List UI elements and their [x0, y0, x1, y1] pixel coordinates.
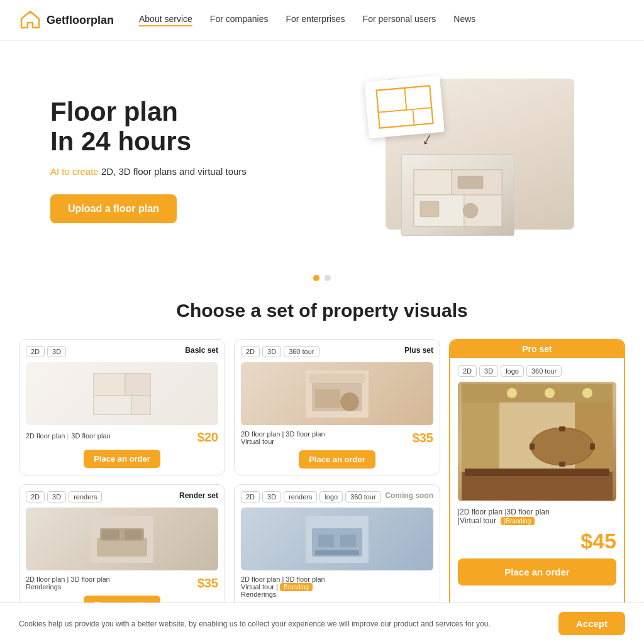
plus-tag-360: 360 tour — [284, 346, 319, 357]
render-tag-3d: 3D — [47, 491, 66, 502]
basic-tag-3d: 3D — [47, 346, 66, 357]
basic-card-image — [26, 362, 218, 425]
svg-rect-1 — [414, 170, 452, 195]
basic-footer: 2D floor plan 3D floor plan $20 — [26, 430, 218, 445]
svg-rect-20 — [315, 389, 340, 408]
svg-rect-5 — [420, 201, 439, 217]
pro-features: |2D floor plan |3D floor plan |Virtual t… — [458, 508, 616, 525]
sets-row-1: Basic set 2D 3D 2D floor — [19, 339, 440, 475]
svg-rect-7 — [458, 176, 483, 189]
nav-news[interactable]: News — [453, 14, 475, 26]
svg-point-21 — [340, 392, 359, 411]
svg-rect-27 — [125, 530, 142, 540]
coming-soon-features: 2D floor plan | 3D floor plan Virtual to… — [241, 575, 433, 598]
render-features: 2D floor plan | 3D floor plan Renderings — [26, 575, 110, 591]
carousel-dots — [0, 267, 644, 300]
render-card-image — [26, 508, 218, 570]
svg-rect-14 — [94, 374, 125, 396]
pro-price-row: $45 — [458, 529, 616, 553]
pro-tags: 2D 3D logo 360 tour — [458, 365, 616, 377]
svg-rect-9 — [376, 88, 406, 113]
svg-rect-10 — [404, 86, 431, 109]
svg-rect-11 — [378, 109, 414, 128]
plus-card-image — [241, 362, 433, 425]
plus-price: $35 — [413, 431, 433, 445]
basic-features: 2D floor plan 3D floor plan — [26, 432, 111, 440]
render-price: $35 — [197, 576, 218, 591]
pro-set-card: Pro set 2D 3D logo 360 tour — [449, 339, 625, 628]
pro-tag-360: 360 tour — [526, 365, 562, 377]
sets-container: Basic set 2D 3D 2D floor — [0, 339, 644, 644]
basic-price: $20 — [197, 430, 218, 445]
sets-left: Basic set 2D 3D 2D floor — [19, 339, 440, 628]
svg-rect-31 — [340, 535, 356, 547]
hero-subtitle: AI to create 2D, 3D floor plans and virt… — [50, 166, 322, 177]
svg-point-43 — [582, 388, 592, 398]
basic-badge: Basic set — [185, 346, 218, 355]
plus-tag-3d: 3D — [262, 346, 281, 357]
render-tag-2d: 2D — [26, 491, 45, 502]
logo-text: Getfloorplan — [47, 14, 114, 27]
cookie-text: Cookies help us provide you with a bette… — [19, 619, 546, 628]
render-badge: Render set — [179, 491, 218, 500]
pro-header: Pro set — [450, 340, 624, 358]
hero-section: Floor plan In 24 hours AI to create 2D, … — [0, 41, 644, 267]
plus-badge: Plus set — [404, 346, 433, 355]
svg-rect-46 — [559, 462, 565, 467]
svg-rect-40 — [465, 469, 609, 476]
hero-title: Floor plan In 24 hours — [50, 97, 322, 155]
svg-point-41 — [507, 388, 517, 398]
svg-rect-47 — [530, 443, 535, 450]
floor-plan-lines — [373, 82, 436, 131]
svg-rect-36 — [462, 402, 499, 478]
plus-tag-2d: 2D — [241, 346, 260, 357]
svg-rect-48 — [590, 443, 595, 450]
pro-branding-tag: |Branding — [501, 517, 535, 525]
nav-about[interactable]: About service — [139, 14, 192, 26]
dot-1[interactable] — [313, 275, 319, 281]
pro-place-order-button[interactable]: Place an order — [458, 558, 616, 586]
basic-place-order-button[interactable]: Place an order — [84, 450, 160, 468]
section-title: Choose a set of property visuals — [0, 300, 644, 321]
dot-2[interactable] — [325, 275, 331, 281]
hero-visual: ↓ — [341, 79, 574, 242]
basic-set-card: Basic set 2D 3D 2D floor — [19, 339, 225, 475]
upload-floor-plan-button[interactable]: Upload a floor plan — [50, 194, 177, 223]
accept-cookies-button[interactable]: Accept — [558, 612, 625, 635]
basic-tag-2d: 2D — [26, 346, 45, 357]
plus-place-order-button[interactable]: Place an order — [299, 450, 375, 469]
svg-point-42 — [545, 388, 555, 398]
cookie-bar: Cookies help us provide you with a bette… — [0, 602, 644, 644]
nav-companies[interactable]: For companies — [210, 14, 269, 26]
logo[interactable]: Getfloorplan — [19, 9, 114, 31]
pro-tag-logo: logo — [501, 365, 524, 377]
pro-card-wrapper: Pro set 2D 3D logo 360 tour — [449, 339, 625, 628]
pro-price: $45 — [580, 529, 616, 553]
logo-icon — [19, 9, 42, 31]
plus-footer: 2D floor plan | 3D floor plan Virtual to… — [241, 430, 433, 445]
pro-card-image — [458, 382, 616, 501]
pro-tag-3d: 3D — [479, 365, 498, 377]
svg-rect-12 — [413, 108, 433, 125]
svg-rect-45 — [559, 426, 565, 431]
svg-rect-15 — [125, 374, 150, 396]
plus-set-card: Plus set 2D 3D 360 tour — [234, 339, 440, 475]
isometric-render — [401, 154, 514, 236]
render-footer: 2D floor plan | 3D floor plan Renderings… — [26, 575, 218, 591]
nav-personal[interactable]: For personal users — [363, 14, 436, 26]
nav-enterprises[interactable]: For enterprises — [286, 14, 345, 26]
coming-soon-badge: Coming soon — [385, 491, 433, 500]
svg-rect-26 — [102, 530, 119, 540]
svg-rect-32 — [315, 550, 359, 555]
pro-inner: 2D 3D logo 360 tour — [450, 358, 624, 593]
hero-highlight: AI to create — [50, 166, 99, 177]
svg-point-44 — [531, 428, 594, 465]
svg-rect-22 — [309, 374, 365, 383]
floor-plan-svg — [408, 157, 508, 233]
nav-links: About service For companies For enterpri… — [139, 14, 475, 26]
hero-image: ↓ — [322, 79, 594, 242]
navbar: Getfloorplan About service For companies… — [0, 0, 644, 41]
svg-rect-17 — [131, 396, 150, 414]
hero-text: Floor plan In 24 hours AI to create 2D, … — [50, 97, 322, 223]
plus-cta-wrap: Place an order — [241, 450, 433, 469]
